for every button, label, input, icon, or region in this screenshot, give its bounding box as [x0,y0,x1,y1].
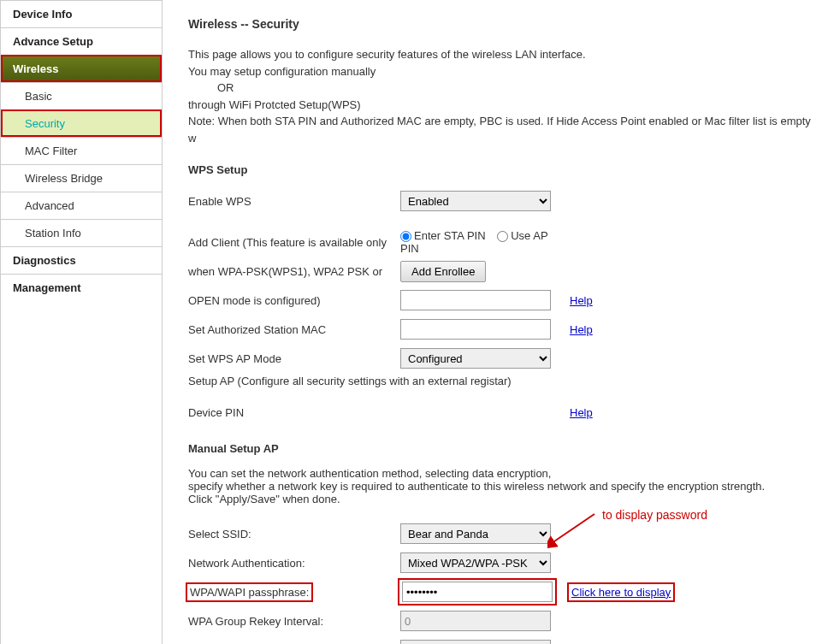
set-mode-label: Set WPS AP Mode [188,352,400,365]
add-client-label-1: Add Client (This feature is available on… [188,236,400,249]
sidebar-item-basic[interactable]: Basic [1,82,162,109]
add-client-label-3: OPEN mode is configured) [188,294,400,307]
enable-wps-select[interactable]: Enabled [400,191,551,211]
radio-sta-pin[interactable]: Enter STA PIN [400,229,486,242]
set-mac-label: Set Authorized Station MAC [188,323,400,336]
sidebar-item-advanced[interactable]: Advanced [1,192,162,219]
radio-ap-pin-input[interactable] [497,231,508,242]
intro-note: Note: When both STA PIN and Authorized M… [188,113,819,146]
rekey-label: WPA Group Rekey Interval: [188,615,400,628]
sidebar-item-wireless[interactable]: Wireless [1,55,162,82]
set-mac-input[interactable] [400,319,551,340]
wps-heading: WPS Setup [188,163,819,176]
manual-heading: Manual Setup AP [188,442,819,455]
sidebar-item-wireless-bridge[interactable]: Wireless Bridge [1,164,162,192]
passphrase-label: WPA/WAPI passphrase: [188,585,310,600]
intro-text: This page allows you to configure securi… [188,46,819,146]
ssid-select[interactable]: Bear and Panda [400,523,551,544]
help-link-2[interactable]: Help [570,323,593,336]
manual-desc-2: specify whether a network key is require… [188,480,819,493]
help-link-3[interactable]: Help [570,406,593,419]
device-pin-label: Device PIN [188,406,400,419]
sidebar-item-management[interactable]: Management [1,274,162,301]
ssid-label: Select SSID: [188,528,400,541]
sidebar-item-station-info[interactable]: Station Info [1,219,162,246]
auth-label: Network Authentication: [188,557,400,570]
sidebar-item-diagnostics[interactable]: Diagnostics [1,246,162,274]
enrollee-input[interactable] [400,290,551,310]
sidebar-item-advance-setup[interactable]: Advance Setup [1,27,162,55]
radio-sta-pin-input[interactable] [400,231,411,242]
sidebar-item-device-info[interactable]: Device Info [1,0,162,27]
main-content: Wireless -- Security This page allows yo… [163,0,828,644]
add-enrollee-button[interactable]: Add Enrollee [400,261,486,282]
intro-line2: You may setup configuration manually [188,63,819,80]
manual-desc-1: You can set the network authentication m… [188,467,819,480]
add-client-label-2: when WPA-PSK(WPS1), WPA2 PSK or [188,265,400,278]
rekey-input[interactable] [400,611,551,631]
intro-line3: through WiFi Protcted Setup(WPS) [188,97,819,114]
display-password-link[interactable]: Click here to display [571,586,671,599]
enable-wps-label: Enable WPS [188,195,400,208]
page-title: Wireless -- Security [188,17,819,31]
sidebar: Device Info Advance Setup Wireless Basic… [0,0,163,644]
sidebar-item-security[interactable]: Security [1,109,162,137]
auth-select[interactable]: Mixed WPA2/WPA -PSK [400,552,551,573]
intro-line1: This page allows you to configure securi… [188,46,819,63]
manual-desc-3: Click "Apply/Save" when done. [188,493,819,505]
passphrase-input[interactable] [402,582,553,602]
setup-ap-note: Setup AP (Configure all security setting… [188,375,819,387]
intro-or: OR [217,80,819,97]
encryption-select[interactable]: TKIP+AES [400,640,551,644]
set-mode-select[interactable]: Configured [400,348,551,369]
sidebar-item-mac-filter[interactable]: MAC Filter [1,137,162,164]
help-link-1[interactable]: Help [570,294,593,307]
